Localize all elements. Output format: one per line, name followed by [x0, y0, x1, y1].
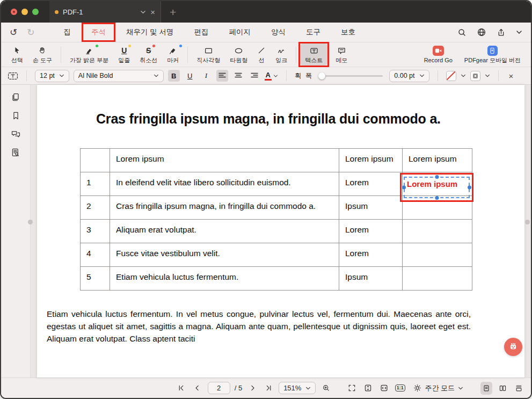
window-minimize-button[interactable] — [21, 9, 28, 15]
resize-handle-left[interactable] — [402, 186, 406, 190]
single-page-view-button[interactable] — [480, 382, 492, 395]
mobile-phone-icon — [487, 46, 498, 56]
comments-icon[interactable] — [11, 129, 21, 139]
tab-page[interactable]: 페이지 — [229, 24, 251, 40]
window-close-button[interactable] — [11, 9, 17, 15]
divider — [26, 70, 27, 81]
thumbnails-icon[interactable] — [11, 92, 20, 102]
chevron-down-icon[interactable] — [461, 73, 466, 78]
underline-button[interactable]: U — [184, 70, 196, 82]
underline-tool[interactable]: U 밑줄 — [113, 43, 135, 66]
bookmark-icon[interactable] — [11, 111, 20, 120]
table-row: 4 Fusce vitae vestibulum velit. Lorem — [81, 243, 472, 267]
text-box-icon — [309, 46, 319, 55]
search-icon[interactable] — [457, 28, 467, 37]
language-icon[interactable] — [477, 27, 486, 37]
rectangle-tool[interactable]: 직사각형 — [192, 43, 225, 66]
document-tab[interactable]: PDF-1 × — [49, 1, 161, 23]
scroll-view-button[interactable] — [513, 382, 524, 395]
note-tool[interactable]: 메모 — [331, 43, 352, 66]
title-bar: PDF-1 × + — [1, 1, 531, 23]
fit-width-icon[interactable] — [378, 382, 390, 395]
italic-button[interactable]: I — [200, 70, 212, 82]
slider-knob[interactable] — [318, 72, 325, 79]
undo-icon[interactable]: ↺ — [10, 28, 17, 37]
tab-annotate[interactable]: 주석 — [91, 24, 106, 40]
line-tool[interactable]: 선 — [252, 43, 271, 66]
first-page-button[interactable] — [176, 382, 187, 395]
share-icon[interactable] — [497, 28, 506, 37]
tab-forms[interactable]: 양식 — [271, 24, 286, 40]
page-number-input[interactable] — [208, 382, 230, 394]
robot-icon — [508, 342, 519, 352]
close-format-bar-icon[interactable]: × — [507, 71, 516, 81]
tab-fill-sign[interactable]: 채우기 및 서명 — [126, 24, 174, 40]
document-search-icon[interactable] — [11, 148, 20, 157]
align-left-button[interactable] — [216, 70, 228, 82]
hand-tool[interactable]: 손 도구 — [28, 43, 57, 66]
text-annotation-selected[interactable]: Lorem ipsum — [404, 177, 470, 198]
strikeout-tool[interactable]: S 취소선 — [135, 43, 162, 66]
fill-color-swatch[interactable] — [470, 71, 480, 81]
toolbar-chevron-down-icon[interactable] — [516, 29, 522, 35]
divider — [61, 47, 61, 63]
actual-size-button[interactable]: 1:1 — [394, 382, 406, 395]
format-bar: 12 pt Al Nile Bold B U I A 획 폭 0.00 pt — [1, 67, 531, 85]
redo-icon[interactable]: ↻ — [27, 28, 34, 37]
ellipse-tool[interactable]: 타원형 — [225, 43, 252, 66]
fit-screen-icon[interactable] — [346, 382, 358, 395]
panel-resize-handle[interactable] — [525, 220, 530, 224]
unsaved-dot-icon — [55, 10, 59, 14]
mobile-version-tool[interactable]: PDFgear 모바일 버전 — [460, 43, 526, 66]
highlight-tool[interactable]: 가장 밝은 부분 — [65, 43, 113, 66]
facing-pages-view-button[interactable] — [497, 382, 508, 395]
next-page-button[interactable] — [246, 382, 258, 395]
tab-close-icon[interactable]: × — [150, 8, 155, 17]
resize-handle-bottom[interactable] — [435, 196, 439, 200]
bold-button[interactable]: B — [168, 70, 180, 82]
chevron-down-icon[interactable] — [485, 73, 490, 78]
previous-page-button[interactable] — [192, 382, 203, 395]
stroke-width-slider[interactable] — [319, 75, 383, 77]
record-go-tool[interactable]: Record Go — [419, 43, 457, 66]
divider — [187, 47, 188, 63]
align-center-button[interactable] — [232, 70, 244, 82]
font-family-select[interactable]: Al Nile Bold — [74, 70, 164, 82]
font-color-picker[interactable]: A — [265, 71, 278, 81]
tab-chevron-down-icon[interactable] — [140, 9, 146, 15]
font-size-select[interactable]: 12 pt — [35, 70, 69, 82]
zoom-in-icon[interactable] — [320, 382, 332, 395]
line-icon — [257, 46, 266, 55]
document-area: Cras fringilla ipsum magna, in fringilla… — [31, 85, 531, 378]
tab-tools[interactable]: 도구 — [306, 24, 320, 40]
text-tool[interactable]: 텍스트 — [300, 43, 327, 66]
marker-tool[interactable]: 마커 — [162, 43, 184, 66]
ai-assistant-button[interactable] — [504, 338, 522, 356]
day-mode-select[interactable]: 주간 모드 — [413, 383, 463, 393]
align-right-button[interactable] — [249, 70, 260, 82]
resize-handle-right[interactable] — [468, 186, 471, 190]
zoom-select[interactable]: 151% — [279, 382, 316, 394]
tab-edit[interactable]: 편집 — [194, 24, 209, 40]
new-tab-button[interactable]: + — [170, 6, 176, 18]
fit-height-icon[interactable] — [362, 382, 374, 395]
divider — [296, 47, 296, 63]
last-page-button[interactable] — [263, 382, 274, 395]
tab-home[interactable]: 집 — [64, 24, 71, 40]
resize-handle-top[interactable] — [435, 175, 439, 179]
table-row: 5 Etiam vehicula luctus fermentum. Ipsum — [81, 267, 472, 291]
color-dot — [152, 45, 155, 47]
select-tool[interactable]: 선택 — [6, 43, 28, 66]
stroke-width-select[interactable]: 0.00 pt — [389, 70, 429, 82]
table-header-row: Lorem ipsum Lorem ipsum Lorem ipsum — [81, 149, 472, 172]
ribbon-tabs: 집 주석 채우기 및 서명 편집 페이지 양식 도구 보호 — [64, 24, 356, 40]
menu-bar: ↺ ↻ 집 주석 채우기 및 서명 편집 페이지 양식 도구 보호 — [1, 23, 531, 42]
color-dot — [128, 45, 131, 47]
tab-protect[interactable]: 보호 — [341, 24, 355, 40]
ink-tool[interactable]: 잉크 — [271, 43, 292, 66]
stroke-color-swatch[interactable] — [446, 71, 456, 81]
sidebar-resize-handle[interactable] — [28, 220, 33, 224]
chevron-down-icon — [273, 74, 278, 78]
window-zoom-button[interactable] — [32, 9, 39, 15]
text-annotation-icon[interactable] — [8, 71, 18, 81]
